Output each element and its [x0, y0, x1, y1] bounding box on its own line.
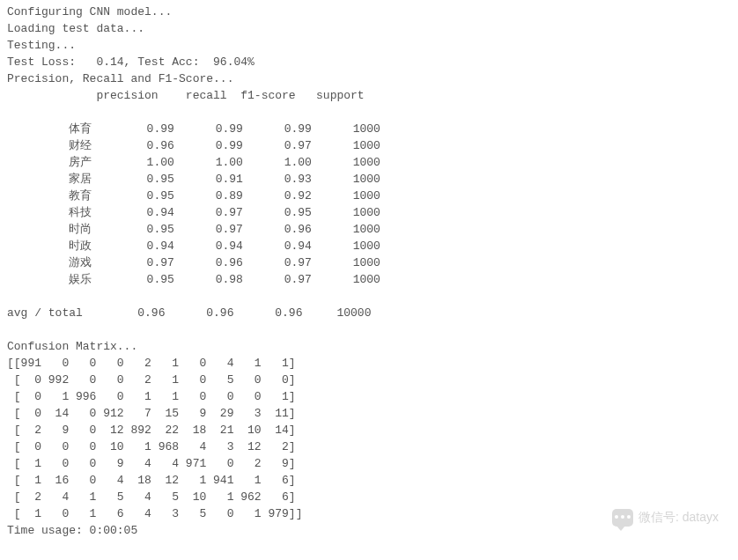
console-output: Configuring CNN model... Loading test da… — [0, 0, 738, 542]
